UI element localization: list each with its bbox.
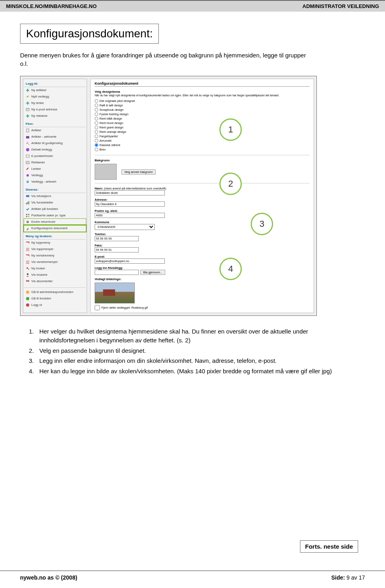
design-radio[interactable] xyxy=(95,126,98,129)
telefon-input[interactable] xyxy=(95,236,139,241)
callout-1: 1 xyxy=(219,118,242,141)
sidebar-item-debatt[interactable]: Debatt innlegg xyxy=(24,146,86,153)
epost-input[interactable] xyxy=(95,258,165,264)
sidebar-item-artikler-arkiv[interactable]: Artikler - arkiverte xyxy=(24,134,86,140)
sidebar-item-artikler-godkjenning[interactable]: Artikler til godkjenning xyxy=(24,140,86,146)
sidebar-item-publiserte[interactable]: Publiserte saker pr. type xyxy=(24,212,86,219)
svg-point-13 xyxy=(26,181,29,183)
explain-item-4: 4.Her kan du legge inn bilde av skolen/v… xyxy=(29,367,334,376)
sidebar-item-infoskjerm[interactable]: Vis infoskjerm xyxy=(24,193,86,199)
sidebar-item-ny-reklame[interactable]: Ny reklame xyxy=(24,113,86,119)
svg-rect-24 xyxy=(26,248,29,248)
velg-bakgrunn-button[interactable]: Velg annen bakgrunn xyxy=(122,169,156,175)
sidebar-item-epost[interactable]: E-postadresser xyxy=(24,153,86,159)
svg-rect-29 xyxy=(26,262,29,262)
sidebar-item-ny-bruker[interactable]: Ny bruker xyxy=(24,265,86,272)
svg-rect-7 xyxy=(26,129,29,132)
sidebar-item-vis-venstremenyer[interactable]: Vis venstremenyer xyxy=(24,259,86,265)
design-radio[interactable] xyxy=(95,139,98,142)
file-path-input[interactable] xyxy=(95,270,139,275)
design-option-label: Rent oransje design xyxy=(99,130,126,134)
explanation-list: 1.Her velger du hvilket designtema hjemm… xyxy=(29,327,334,377)
link-icon xyxy=(26,167,30,171)
sidebar-item-ny-venstremeny[interactable]: Ny venstremeny xyxy=(24,252,86,259)
design-radio[interactable] xyxy=(95,143,98,147)
attachment-icon xyxy=(26,95,30,99)
sidebar-item-ny-artikkel[interactable]: Ny artikkel xyxy=(24,87,86,94)
design-radio[interactable] xyxy=(95,99,98,103)
svg-point-35 xyxy=(26,280,28,282)
sidebar-item-konfigurasjons-dokument[interactable]: Konfigurasjons dokument xyxy=(24,225,86,232)
browse-button[interactable]: Bla gjennom... xyxy=(140,270,165,275)
screen-icon xyxy=(26,194,30,198)
sidebar-item-ny-toppmeny[interactable]: Ny toppmeny xyxy=(24,240,86,246)
sidebar-item-ny-lenke[interactable]: Ny lenke xyxy=(24,100,86,106)
design-option[interactable]: Rent blått design xyxy=(95,116,310,121)
sidebar-item-artikler-forsiden[interactable]: Artikler på forsiden xyxy=(24,206,86,212)
design-radio[interactable] xyxy=(95,121,98,125)
svg-rect-17 xyxy=(28,201,29,204)
design-option[interactable]: Klassisk stilrent xyxy=(95,143,310,147)
sidebar-item-artikler[interactable]: Artikler xyxy=(24,127,86,134)
fjern-vedlegg-label: Fjern dette vedlegget: Roaldsoy.gif xyxy=(101,306,148,309)
wrench-icon xyxy=(26,226,30,230)
design-option-label: Røft & tøft design xyxy=(99,104,123,107)
navn-input[interactable] xyxy=(95,190,165,195)
users-icon xyxy=(26,279,30,283)
sidebar-item-admin-forsiden[interactable]: Gå til administrasjonsforsiden xyxy=(24,289,86,295)
design-option-label: Rent brunt design xyxy=(99,121,123,125)
design-radio[interactable] xyxy=(95,134,98,138)
post-input[interactable] xyxy=(95,213,165,218)
sidebar-item-nytt-vedlegg[interactable]: Nytt vedlegg xyxy=(24,94,86,100)
sidebar-item-lenker[interactable]: Lenker xyxy=(24,166,86,172)
epost-label: E-post: xyxy=(95,255,310,258)
design-option[interactable]: Rent grønt design xyxy=(95,125,310,130)
sidebar-item-ny-epost[interactable]: Ny e-post adresse xyxy=(24,106,86,113)
design-radio[interactable] xyxy=(95,130,98,134)
admin-sidebar: Legg til: Ny artikkel Nytt vedlegg Ny le… xyxy=(23,79,87,313)
kommune-select[interactable]: STAVANGER xyxy=(95,224,155,230)
svg-rect-10 xyxy=(26,155,29,157)
design-radio[interactable] xyxy=(95,117,98,120)
design-option[interactable]: Rent brunt design xyxy=(95,121,310,125)
sidebar-item-endre-returnhold[interactable]: Endre returnhold xyxy=(24,219,86,225)
design-option[interactable]: Det originale pilot designet xyxy=(95,99,310,103)
design-option[interactable]: Rent oransje design xyxy=(95,130,310,134)
design-option[interactable]: Fargeblyanter xyxy=(95,134,310,138)
sidebar-item-forsiden[interactable]: Gå til forsiden xyxy=(24,295,86,302)
design-radio[interactable] xyxy=(95,104,98,107)
sidebar-item-vis-abonnenter[interactable]: Vis abonnenter xyxy=(24,278,86,285)
sidebar-item-logg-ut[interactable]: Logg ut xyxy=(24,302,86,308)
home-icon xyxy=(26,297,30,301)
sidebar-item-vedlegg-arkiv[interactable]: Vedlegg - arkivert xyxy=(24,179,86,185)
design-option[interactable]: Avrundet xyxy=(95,138,310,143)
sidebar-item-vis-toppmenyer[interactable]: Vis toppmenyer xyxy=(24,246,86,252)
user-icon xyxy=(26,273,30,277)
grid-icon xyxy=(26,214,30,218)
design-option[interactable]: Fysisk fostring design xyxy=(95,112,310,116)
adresse-input[interactable] xyxy=(95,201,165,207)
callout-3: 3 xyxy=(251,213,273,235)
adresse-label: Adresse: xyxy=(95,198,310,201)
design-radio[interactable] xyxy=(95,148,98,151)
check-icon xyxy=(26,207,30,211)
sidebar-item-vis-brukere[interactable]: Vis brukere xyxy=(24,272,86,278)
plus-icon xyxy=(26,101,30,105)
design-option-label: Rent blått design xyxy=(99,117,122,120)
plus-icon xyxy=(26,88,30,92)
sidebar-item-vedlegg[interactable]: Vedlegg xyxy=(24,172,86,179)
logo-thumbnail xyxy=(95,283,135,303)
faks-input[interactable] xyxy=(95,247,139,252)
sidebar-item-reklamer[interactable]: Reklamer xyxy=(24,159,86,166)
design-option[interactable]: Brev xyxy=(95,147,310,152)
design-option-label: Det originale pilot designet xyxy=(99,99,135,103)
svg-rect-30 xyxy=(26,263,29,264)
plus-icon xyxy=(26,114,30,118)
design-option[interactable]: Scrapbook design xyxy=(95,108,310,112)
design-option[interactable]: Røft & tøft design xyxy=(95,103,310,108)
design-radio[interactable] xyxy=(95,112,98,116)
fjern-vedlegg-checkbox[interactable] xyxy=(95,305,100,310)
sidebar-item-forsideteller[interactable]: Vis forsideteller xyxy=(24,199,86,206)
svg-rect-20 xyxy=(26,216,27,217)
design-radio[interactable] xyxy=(95,108,98,112)
